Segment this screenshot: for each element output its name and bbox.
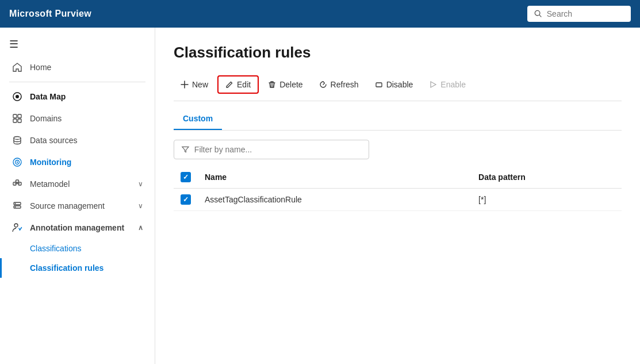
chevron-down-icon: ∨ [138,180,143,188]
sidebar-label-metamodel: Metamodel [30,179,70,189]
svg-rect-5 [18,114,21,118]
filter-bar [174,140,622,159]
refresh-icon [319,81,327,89]
sidebar-label-home: Home [30,63,51,72]
sidebar-sub-label-classification-rules: Classification rules [30,263,104,273]
sidebar-item-data-sources[interactable]: Data sources [0,129,155,151]
svg-marker-26 [431,82,436,87]
filter-input[interactable] [194,145,362,154]
source-management-icon [12,201,23,211]
toolbar: New Edit Delete Refresh [174,75,622,101]
row-data-pattern: [*] [472,189,622,211]
row-checkbox-cell[interactable] [174,189,198,211]
data-sources-icon [12,135,23,145]
svg-rect-14 [16,180,19,182]
sidebar-divider-1 [9,82,145,82]
sidebar-sub-item-classifications[interactable]: Classifications [0,239,155,258]
refresh-label: Refresh [331,80,359,89]
main-content: Classification rules New Edit [155,28,640,364]
tabs: Custom [174,108,622,131]
table-header-name: Name [198,166,472,189]
refresh-button[interactable]: Refresh [312,76,366,93]
sidebar-sub-label-classifications: Classifications [30,244,81,253]
disable-icon [375,81,383,89]
svg-point-11 [17,162,18,163]
filter-icon [181,145,190,154]
header-checkbox[interactable] [181,172,191,182]
chevron-up-icon: ∧ [138,224,143,232]
data-table: Name Data pattern AssetTagClassification… [174,166,622,211]
sidebar-item-data-map[interactable]: Data Map [0,86,155,108]
disable-button[interactable]: Disable [368,76,420,93]
svg-point-21 [15,206,16,208]
sidebar-item-source-management[interactable]: Source management ∨ [0,195,155,217]
sidebar-label-annotation-management: Annotation management [30,223,124,232]
domains-icon [12,113,23,124]
delete-label: Delete [279,80,302,89]
sidebar-item-metamodel[interactable]: Metamodel ∨ [0,173,155,195]
annotation-management-icon [12,223,23,233]
sidebar-label-monitoring: Monitoring [30,158,71,167]
svg-rect-25 [376,83,382,87]
sidebar-item-domains[interactable]: Domains [0,108,155,129]
sidebar-item-annotation-management[interactable]: Annotation management ∧ [0,217,155,239]
svg-point-22 [14,224,18,227]
search-icon [534,9,542,18]
sidebar-label-source-management: Source management [30,201,105,210]
new-button[interactable]: New [174,76,215,93]
delete-button[interactable]: Delete [261,76,309,93]
new-label: New [192,80,208,89]
search-input[interactable] [547,9,624,18]
sidebar-label-domains: Domains [30,114,62,123]
enable-label: Enable [440,80,466,89]
sidebar-item-home[interactable]: Home [0,56,155,78]
table-header-checkbox [174,166,198,189]
tab-custom[interactable]: Custom [174,108,222,130]
filter-input-box[interactable] [174,140,369,159]
data-map-icon [12,91,23,102]
svg-line-1 [539,15,541,17]
home-icon [12,62,23,72]
page-title: Classification rules [174,44,622,62]
svg-rect-6 [13,119,17,122]
edit-label: Edit [237,80,251,89]
monitoring-icon [12,157,23,167]
sidebar-item-monitoring[interactable]: Monitoring [0,151,155,173]
plus-icon [181,81,189,89]
hamburger-menu[interactable]: ☰ [0,32,155,56]
svg-point-20 [15,203,16,204]
app-title: Microsoft Purview [9,9,91,19]
sidebar-label-data-map: Data Map [30,92,66,101]
enable-icon [429,81,437,89]
edit-button[interactable]: Edit [217,75,259,94]
sidebar: ☰ Home Data Map [0,28,155,364]
main-layout: ☰ Home Data Map [0,28,640,364]
svg-rect-4 [13,114,17,118]
svg-point-8 [14,137,21,140]
table-row: AssetTagClassificationRule [*] [174,189,622,211]
trash-icon [268,81,276,89]
enable-button[interactable]: Enable [422,76,473,93]
sidebar-label-data-sources: Data sources [30,136,77,145]
disable-label: Disable [386,80,413,89]
svg-point-3 [16,95,19,98]
svg-rect-7 [18,119,21,122]
metamodel-icon [12,179,23,189]
sidebar-sub-item-classification-rules[interactable]: Classification rules [0,258,155,278]
chevron-down-icon-2: ∨ [138,202,143,210]
row-name: AssetTagClassificationRule [198,189,472,211]
row-checkbox[interactable] [181,194,191,205]
topbar: Microsoft Purview [0,0,640,28]
edit-icon [225,81,233,89]
table-header-data-pattern: Data pattern [472,166,622,189]
search-box[interactable] [527,6,631,22]
